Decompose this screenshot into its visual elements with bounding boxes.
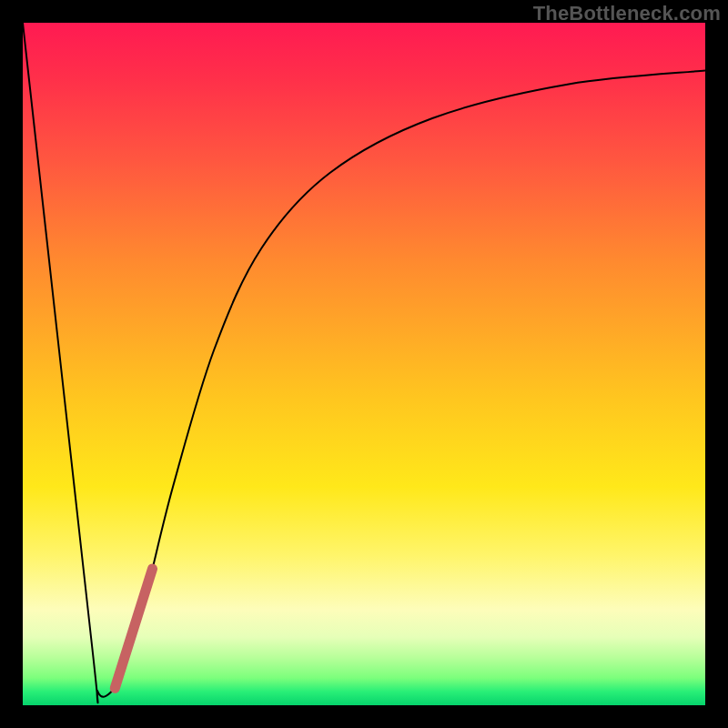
chart-svg [23,23,705,705]
plot-area [23,23,705,705]
highlight-segment [115,569,152,688]
bottleneck-curve [23,23,705,703]
series-layer [23,23,705,703]
chart-container: TheBottleneck.com [0,0,728,728]
plot-frame [23,23,705,705]
